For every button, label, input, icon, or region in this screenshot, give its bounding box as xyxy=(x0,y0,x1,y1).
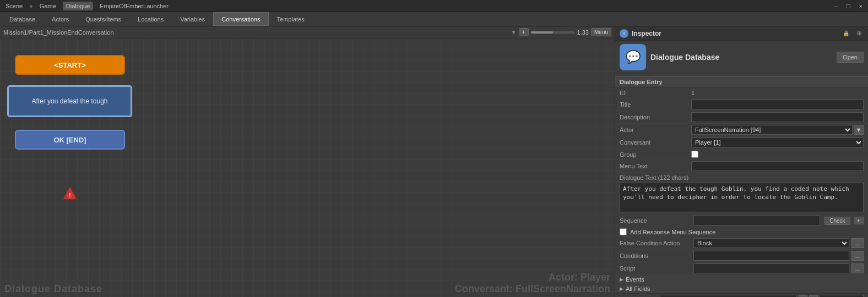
actor-edit-btn[interactable]: ▼ xyxy=(854,125,864,135)
prop-group-label: Group xyxy=(620,151,691,158)
prop-desc-input[interactable] xyxy=(691,112,864,122)
bottom-actor-info: Actor: Player Conversant: FullScreenNarr… xyxy=(455,272,610,295)
prop-title: Title xyxy=(615,98,868,111)
close-btn[interactable]: × xyxy=(856,2,866,10)
db-icon: 💬 xyxy=(620,44,646,70)
svg-marker-4 xyxy=(63,187,77,199)
window-controls: – □ × xyxy=(831,2,866,10)
script-ellipsis[interactable]: ... xyxy=(851,263,864,273)
all-fields-label: All Fields xyxy=(626,285,650,292)
plus-btn[interactable]: + xyxy=(854,217,864,224)
tab-quests[interactable]: Quests/Items xyxy=(77,12,129,26)
prop-group: Group xyxy=(615,149,868,160)
prop-menu-text-label: Menu Text xyxy=(620,163,691,169)
prop-id-label: ID xyxy=(620,90,691,96)
inspector-panel: i Inspector 🔒 ⊞ 💬 Dialogue Database Open… xyxy=(615,26,868,297)
inspector-expand-btn[interactable]: ⊞ xyxy=(855,30,864,37)
tab-templates[interactable]: Templates xyxy=(269,12,313,26)
all-fields-row[interactable]: ▶ All Fields xyxy=(615,284,868,294)
prop-conversant: Conversant Player [1] xyxy=(615,136,868,149)
inspector-header: i Inspector 🔒 ⊞ xyxy=(615,26,868,41)
links-arrow-left[interactable]: ◀ xyxy=(799,295,807,297)
prop-group-checkbox[interactable] xyxy=(691,151,698,158)
dialogue-tab[interactable]: Dialogue xyxy=(63,2,93,10)
script-label: Script xyxy=(620,265,691,272)
tab-locations[interactable]: Locations xyxy=(129,12,172,26)
canvas-area: Mission1/Part1_MissionEndConversation ▼ … xyxy=(0,26,615,297)
inspector-icon-row: 💬 Dialogue Database Open xyxy=(615,41,868,74)
check-btn[interactable]: Check xyxy=(824,217,850,225)
launcher-tab[interactable]: EmpireOfEmberLauncher xyxy=(96,2,172,10)
script-input[interactable] xyxy=(693,263,849,273)
scene-tab[interactable]: Scene xyxy=(2,2,26,10)
prop-actor-label: Actor xyxy=(620,127,691,133)
events-row[interactable]: ▶ Events xyxy=(615,275,868,284)
tab-database[interactable]: Database xyxy=(1,12,44,26)
connector-svg: ! xyxy=(0,38,615,297)
bottom-db-label: Dialogue Database xyxy=(4,283,102,295)
prop-false-condition: False Condition Action Block ... xyxy=(615,237,868,250)
inspector-title: Inspector xyxy=(632,30,837,37)
zoom-slider[interactable] xyxy=(531,31,575,34)
false-cond-label: False Condition Action xyxy=(620,240,691,246)
section-header-dialogue-entry: Dialogue Entry xyxy=(615,76,868,87)
inspector-lock-btn[interactable]: 🔒 xyxy=(840,30,851,37)
inspector-icon: i xyxy=(620,29,628,38)
tab-conversations[interactable]: Conversations xyxy=(213,12,268,26)
start-node[interactable]: <START> xyxy=(15,55,125,75)
dialogue-text-label: Dialogue Text (122 chars) xyxy=(615,173,868,182)
prop-id: ID 1 xyxy=(615,87,868,98)
prop-actor-select[interactable]: FullScreenNarration [94] xyxy=(691,125,853,135)
canvas-grid[interactable]: ! <START> After you defeat the tough OK … xyxy=(0,38,615,297)
false-cond-ellipsis[interactable]: ... xyxy=(851,238,864,248)
links-to-select[interactable]: (Link To) xyxy=(660,295,797,297)
minimize-btn[interactable]: – xyxy=(831,2,841,10)
dialogue-text-area[interactable] xyxy=(620,183,864,212)
conditions-input[interactable] xyxy=(693,251,849,261)
main-layout: Mission1/Part1_MissionEndConversation ▼ … xyxy=(0,26,868,297)
links-to-row: Links To: (Link To) ◀ ▶ Normal xyxy=(615,294,868,297)
seq-input[interactable] xyxy=(693,216,820,226)
top-bar: Scene ● Game Dialogue EmpireOfEmberLaunc… xyxy=(0,0,868,12)
events-label: Events xyxy=(626,276,644,283)
maximize-btn[interactable]: □ xyxy=(843,2,854,10)
prop-id-value: 1 xyxy=(691,90,864,96)
links-arrow-right[interactable]: ▶ xyxy=(809,295,818,297)
tab-actors[interactable]: Actors xyxy=(44,12,77,26)
props-area: Dialogue Entry ID 1 Title Description Ac… xyxy=(615,74,868,297)
conditions-label: Conditions xyxy=(620,252,691,259)
svg-text:!: ! xyxy=(69,193,70,199)
all-fields-triangle: ▶ xyxy=(620,286,623,292)
prop-actor: Actor FullScreenNarration [94] ▼ xyxy=(615,124,868,136)
prop-conversant-label: Conversant xyxy=(620,139,691,146)
tab-bar: Database Actors Quests/Items Locations V… xyxy=(0,12,868,26)
false-cond-select[interactable]: Block xyxy=(693,238,849,248)
prop-conditions: Conditions ... xyxy=(615,250,868,262)
prop-conversant-wrap: Player [1] xyxy=(691,138,864,147)
end-node[interactable]: OK [END] xyxy=(15,130,125,150)
prop-title-label: Title xyxy=(620,101,691,108)
prop-description: Description xyxy=(615,111,868,124)
links-normal-select[interactable]: Normal xyxy=(820,295,864,297)
canvas-toolbar: Mission1/Part1_MissionEndConversation ▼ … xyxy=(0,26,615,38)
zoom-level: 1.33 xyxy=(577,29,589,36)
prop-script: Script ... xyxy=(615,262,868,275)
add-response-row: Add Response Menu Sequence xyxy=(615,227,868,237)
db-title: Dialogue Database xyxy=(650,53,719,62)
prop-sequence: Sequence Check + xyxy=(615,215,868,227)
tab-variables[interactable]: Variables xyxy=(172,12,213,26)
prop-actor-wrap: FullScreenNarration [94] ▼ xyxy=(691,125,864,135)
game-tab[interactable]: Game xyxy=(36,2,59,10)
prop-menu-text-input[interactable] xyxy=(691,161,864,171)
add-response-checkbox[interactable] xyxy=(620,228,627,235)
conditions-ellipsis[interactable]: ... xyxy=(851,251,864,261)
prop-menu-text: Menu Text xyxy=(615,160,868,173)
prop-title-input[interactable] xyxy=(691,100,864,109)
prop-conversant-select[interactable]: Player [1] xyxy=(691,138,864,147)
add-response-label: Add Response Menu Sequence xyxy=(630,229,715,235)
add-node-btn[interactable]: + xyxy=(519,28,529,36)
dialogue-node[interactable]: After you defeat the tough xyxy=(8,86,132,117)
open-btn[interactable]: Open xyxy=(837,52,864,63)
canvas-title: Mission1/Part1_MissionEndConversation xyxy=(3,29,509,36)
menu-btn[interactable]: Menu xyxy=(591,28,611,36)
